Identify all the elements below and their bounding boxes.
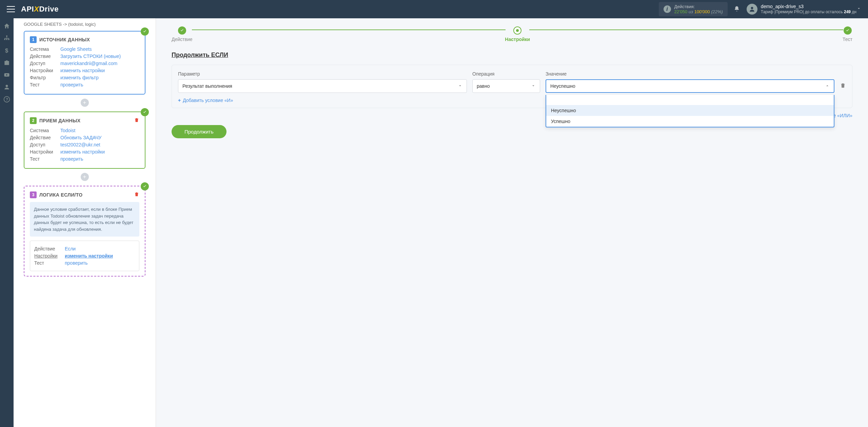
nav-video-icon[interactable] [3,71,11,79]
delete-block-icon[interactable] [134,191,139,199]
svg-text:?: ? [6,97,8,101]
stepper: Действие Настройки Тест [172,26,852,42]
source-filter-link[interactable]: изменить фильтр [60,75,99,80]
value-select[interactable]: Неуспешно Неуспешно Успешно [546,79,834,93]
add-block-button[interactable]: + [81,99,89,107]
breadcrumb: GOOGLE SHEETS -> (todoist, logic) [24,22,145,27]
logic-action-link[interactable]: Если [65,246,76,251]
nav-briefcase-icon[interactable] [3,59,11,66]
menu-toggle-button[interactable] [7,6,15,12]
block-number: 1 [30,36,37,43]
user-menu-chevron-icon[interactable] [856,6,861,12]
nav-connections-icon[interactable] [3,35,11,42]
svg-point-7 [6,85,8,87]
dest-access-link[interactable]: test20022@ukr.net [60,142,100,147]
blocks-panel: GOOGLE SHEETS -> (todoist, logic) 1 ИСТО… [14,18,156,427]
param-select[interactable]: Результат выполнения [178,79,467,93]
destination-block[interactable]: 2 ПРИЕМ ДАННЫХ СистемаTodoist ДействиеОб… [24,111,145,169]
step-test[interactable]: Тест [843,26,852,42]
logo-text-post: Drive [39,5,59,13]
svg-rect-4 [8,39,9,40]
nav-help-icon[interactable]: ? [3,96,11,103]
logic-block[interactable]: 3 ЛОГИКА ЕСЛИ/ТО Данное условие сработае… [24,186,145,277]
user-name: demo_apix-drive_s3 [761,4,856,9]
main-panel: Действие Настройки Тест Продолжить ЕСЛИ … [156,18,868,427]
logic-note: Данное условие сработает, если в блоке П… [30,202,139,237]
svg-rect-3 [6,39,7,40]
value-dropdown: Неуспешно Успешно [546,95,834,127]
logic-test-link[interactable]: проверить [65,260,88,266]
actions-label: Действия: [674,4,723,9]
dest-system-link[interactable]: Todoist [60,128,75,133]
step-done-icon [178,26,186,35]
notifications-icon[interactable] [734,6,740,13]
source-action-link[interactable]: Загрузить СТРОКИ (новые) [60,54,121,59]
step-current-icon [513,26,521,35]
condition-group: Параметр Результат выполнения Операция р… [172,65,852,108]
chevron-down-icon [458,83,462,89]
value-label: Значение [546,71,834,77]
delete-condition-icon[interactable] [840,82,846,93]
actions-numbers: 22'050 из 100'000 (22%) [674,9,723,14]
section-title: Продолжить ЕСЛИ [172,52,852,59]
dropdown-option[interactable]: Успешно [546,116,834,127]
user-plan: Тариф |Премиум PRO| до оплаты осталось 2… [761,9,856,14]
nav-home-icon[interactable] [3,22,11,30]
actions-counter[interactable]: i Действия: 22'050 из 100'000 (22%) [659,2,728,16]
topbar: APIXDrive i Действия: 22'050 из 100'000 … [0,0,868,18]
block-title: ПРИЕМ ДАННЫХ [39,118,80,123]
side-nav: $ ? [0,18,14,427]
operation-select[interactable]: равно [472,79,540,93]
step-settings[interactable]: Настройки [505,26,530,42]
dest-action-link[interactable]: Обновить ЗАДАЧУ [60,135,102,140]
nav-account-icon[interactable] [3,83,11,91]
block-number: 3 [30,191,37,198]
dropdown-option[interactable]: Неуспешно [546,105,834,116]
source-test-link[interactable]: проверить [60,82,83,87]
step-action[interactable]: Действие [172,26,193,42]
dest-settings-link[interactable]: изменить настройки [60,149,105,155]
add-block-button[interactable]: + [81,173,89,181]
svg-rect-1 [6,36,7,37]
delete-block-icon[interactable] [134,117,139,124]
chevron-up-icon [825,83,830,89]
block-status-check-icon [141,182,149,190]
logo-text-pre: API [21,5,34,13]
block-status-check-icon [141,108,149,116]
block-title: ЛОГИКА ЕСЛИ/ТО [39,192,82,198]
source-access-link[interactable]: maverickandrii@gmail.com [60,61,117,66]
chevron-down-icon [531,83,536,89]
step-done-icon [844,26,852,35]
source-settings-link[interactable]: изменить настройки [60,68,105,73]
block-title: ИСТОЧНИК ДАННЫХ [39,37,90,42]
user-info[interactable]: demo_apix-drive_s3 Тариф |Премиум PRO| д… [761,4,856,14]
block-status-check-icon [141,27,149,36]
param-label: Параметр [178,71,467,77]
operation-label: Операция [472,71,540,77]
source-system-link[interactable]: Google Sheets [60,46,92,52]
svg-rect-2 [4,39,5,40]
svg-text:$: $ [5,47,8,54]
info-icon: i [664,5,671,13]
dest-test-link[interactable]: проверить [60,156,83,162]
logo-x: X [34,5,39,13]
user-avatar[interactable] [747,4,757,15]
continue-button[interactable]: Продолжить [172,125,226,138]
block-number: 2 [30,117,37,124]
nav-billing-icon[interactable]: $ [3,47,11,54]
svg-point-0 [751,7,753,9]
source-block[interactable]: 1 ИСТОЧНИК ДАННЫХ СистемаGoogle Sheets Д… [24,31,145,95]
logic-settings-link[interactable]: изменить настройки [65,253,113,259]
logo[interactable]: APIXDrive [21,5,59,14]
